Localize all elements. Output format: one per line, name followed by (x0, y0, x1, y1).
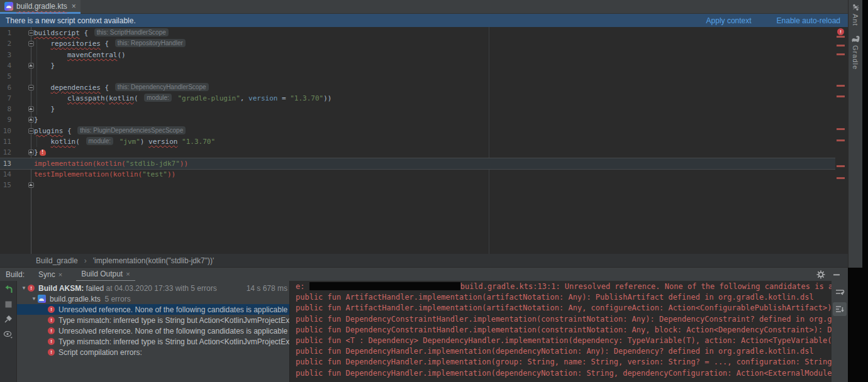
inlay-hint: this: PluginDependenciesSpecScope (77, 126, 186, 134)
build-tree-row[interactable]: !Unresolved reference. None of the follo… (17, 304, 289, 315)
tab-build-gradle-kts[interactable]: build.gradle.kts × (0, 0, 81, 14)
tab-build-output[interactable]: Build Output × (76, 268, 135, 281)
build-tree-row[interactable]: !Type mismatch: inferred type is String … (17, 315, 289, 325)
code-line[interactable]: 13implementation(kotlin("stdlib-jdk7")) (0, 158, 835, 169)
line-number: 15 (0, 180, 11, 190)
line-number: 1 (0, 28, 11, 38)
expand-arrow-icon[interactable]: ▼ (30, 296, 38, 302)
pin-icon[interactable] (4, 315, 13, 324)
code-line[interactable]: 3 mavenCentral() (0, 50, 835, 60)
error-stripe-mark[interactable] (837, 177, 845, 179)
tool-button-ant[interactable]: Ant (852, 3, 860, 26)
code-text: plugins { this: PluginDependenciesSpecSc… (34, 126, 187, 136)
tree-row-text: Unresolved reference. None of the follow… (58, 327, 289, 336)
tree-row-text: Build AKSM: failed at 04.03.2020 17:33 w… (38, 284, 217, 293)
fold-marker-icon[interactable] (28, 150, 34, 155)
fold-marker-icon[interactable] (28, 30, 34, 36)
stop-build-icon[interactable] (5, 301, 12, 308)
console-line: public fun DependencyConstraintHandler.i… (296, 325, 832, 336)
inlay-hint: this: RepositoryHandler (115, 39, 186, 47)
tab-close-icon[interactable]: × (58, 271, 62, 278)
breadcrumb-item[interactable]: 'implementation(kotlin("stdlib-jdk7"))' (93, 256, 214, 265)
line-number: 4 (0, 60, 11, 71)
code-line[interactable]: 1buildscript { this: ScriptHandlerScope (0, 28, 835, 38)
build-tree-row[interactable]: ▼build.gradle.kts 5 errors (17, 293, 289, 304)
error-stripe-mark[interactable] (837, 85, 845, 87)
redacted-path (309, 282, 460, 290)
scroll-to-end-icon[interactable] (833, 302, 847, 316)
error-icon: ! (48, 317, 55, 324)
inlay-hint: module: (86, 137, 114, 145)
code-line[interactable]: 14testImplementation(kotlin("test")) (0, 169, 835, 180)
error-icon: ! (48, 349, 55, 356)
inspection-eye-icon[interactable] (3, 330, 13, 339)
rerun-build-icon[interactable] (4, 285, 13, 294)
code-line[interactable]: 5 (0, 71, 835, 82)
error-bulb-icon[interactable]: ! (40, 150, 46, 156)
fold-marker-icon[interactable] (28, 85, 34, 90)
fold-marker-icon[interactable] (28, 117, 34, 123)
gear-icon[interactable] (816, 270, 825, 279)
error-stripe-mark[interactable] (837, 53, 845, 55)
fold-marker-icon[interactable] (28, 41, 34, 46)
ide-window: build.gradle.kts × There is a new script… (0, 0, 848, 382)
code-line[interactable]: 15 (0, 180, 835, 190)
error-stripe-mark[interactable] (837, 165, 845, 167)
error-stripe-mark[interactable] (837, 45, 845, 46)
error-stripe-mark[interactable] (837, 139, 845, 141)
gradle-kotlin-file-icon (4, 2, 13, 11)
build-duration: 14 s 678 ms (247, 284, 289, 293)
code-line[interactable]: 11 kotlin( module: "jvm") version "1.3.7… (0, 136, 835, 147)
code-text: kotlin( module: "jvm") version "1.3.70" (34, 136, 215, 147)
enable-auto-reload-link[interactable]: Enable auto-reload (777, 16, 840, 25)
error-icon: ! (48, 338, 55, 345)
error-stripe: ! (835, 27, 848, 254)
code-text: } (34, 114, 38, 125)
code-line[interactable]: 10plugins { this: PluginDependenciesSpec… (0, 126, 835, 136)
file-errors-icon[interactable]: ! (837, 28, 844, 35)
notification-message: There is a new script context available. (6, 16, 136, 25)
console-line: public fun ArtifactHandler.implementatio… (296, 303, 832, 314)
inlay-hint: this: DependencyHandlerScope (115, 83, 209, 91)
code-line[interactable]: 6 dependencies { this: DependencyHandler… (0, 82, 835, 93)
error-stripe-mark[interactable] (837, 96, 845, 97)
build-console[interactable]: e: build.gradle.kts:13:1: Unresolved ref… (289, 281, 832, 382)
tool-button-gradle[interactable]: Gradle (851, 35, 860, 70)
error-icon: ! (48, 306, 55, 313)
build-tree-row[interactable]: ▼!Build AKSM: failed at 04.03.2020 17:33… (17, 283, 289, 293)
line-number: 3 (0, 50, 11, 60)
code-line[interactable]: 2 repositories { this: RepositoryHandler (0, 38, 835, 49)
code-line[interactable]: 4 } (0, 60, 835, 71)
code-line[interactable]: 9} (0, 114, 835, 125)
chevron-right-icon: › (84, 256, 87, 265)
build-tree-row[interactable]: !Script compilation errors: (17, 347, 289, 357)
code-line[interactable]: 12}! (0, 147, 835, 158)
apply-context-link[interactable]: Apply context (706, 16, 752, 25)
error-stripe-mark[interactable] (837, 128, 845, 130)
editor-tab-bar: build.gradle.kts × (0, 0, 848, 14)
breadcrumb-item[interactable]: Build_gradle (36, 256, 78, 265)
code-line[interactable]: 8 } (0, 104, 835, 114)
tree-row-text: Type mismatch: inferred type is String b… (58, 337, 289, 346)
build-toolbar (0, 281, 17, 382)
line-number: 10 (0, 126, 11, 136)
soft-wrap-icon[interactable] (833, 285, 847, 299)
fold-marker-icon[interactable] (28, 182, 34, 188)
tab-sync[interactable]: Sync × (33, 268, 67, 281)
build-tree-row[interactable]: !Unresolved reference. None of the follo… (17, 325, 289, 336)
line-number: 12 (0, 147, 11, 158)
code-text: mavenCentral() (34, 50, 126, 60)
fold-marker-icon[interactable] (28, 106, 34, 112)
error-stripe-mark[interactable] (837, 36, 845, 38)
fold-marker-icon[interactable] (28, 63, 34, 68)
tab-close-icon[interactable]: × (126, 270, 130, 278)
fold-marker-icon[interactable] (28, 128, 34, 134)
hide-panel-icon[interactable] (833, 271, 840, 278)
build-tree-row[interactable]: !Type mismatch: inferred type is String … (17, 336, 289, 347)
expand-arrow-icon[interactable]: ▼ (20, 285, 28, 291)
gradle-kotlin-file-icon (38, 295, 46, 303)
code-line[interactable]: 7 classpath(kotlin( module: "gradle-plug… (0, 93, 835, 104)
tab-close-icon[interactable]: × (72, 2, 76, 11)
code-editor[interactable]: 1buildscript { this: ScriptHandlerScope2… (0, 27, 848, 254)
code-text: testImplementation(kotlin("test")) (34, 169, 175, 180)
